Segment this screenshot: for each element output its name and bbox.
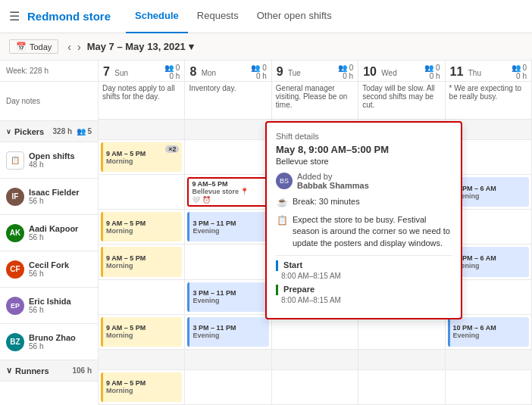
person-info-bruno: Bruno Zhao 56 h	[29, 333, 76, 350]
person-name-eric: Eric Ishida	[29, 297, 71, 306]
person-name-cecil: Cecil Fork	[29, 260, 69, 269]
runners-cell-8	[185, 370, 271, 404]
aadi-shift-8[interactable]: 3 PM – 11 PM Evening	[187, 212, 268, 241]
isaac-cell-8: 9 AM–5 PM Bellevue store 📍 🤍 ⏰	[185, 175, 271, 209]
day-name-9: Tue	[288, 69, 301, 77]
eric-cell-8: 3 PM – 11 PM Evening	[185, 280, 271, 314]
avatar-aadi: AK	[6, 224, 24, 242]
store-title: Redmond store	[27, 10, 111, 23]
sd-avatar-babbak: BS	[276, 173, 293, 189]
bruno-cell-11: 10 PM – 6 AM Evening	[446, 315, 532, 349]
day-name-10: Wed	[381, 69, 396, 77]
bruno-cell-10	[358, 315, 445, 349]
person-info-aadi: Aadi Kapoor 56 h	[29, 224, 78, 241]
avatar-bruno: BZ	[6, 333, 24, 351]
tab-other-open-shifts[interactable]: Other open shifts	[248, 0, 341, 33]
open-shift-block-7[interactable]: 9 AM – 5 PM Morning ×2	[101, 142, 182, 172]
task-time-start: 8:00 AM–8:15 AM	[281, 272, 341, 280]
sd-break-label: Break: 30 minutes	[293, 196, 360, 207]
person-name-bruno: Bruno Zhao	[29, 333, 76, 342]
day-header-10: 10 Wed 👥 0 0 h	[358, 61, 445, 83]
note-9: General manager visiting. Please be on t…	[272, 82, 358, 119]
sd-added-row: BS Added by Babbak Shammas	[276, 172, 452, 190]
person-row-isaac: IF Isaac Fielder 56 h	[0, 179, 98, 215]
note-7: Day notes apply to all shifts for the da…	[99, 82, 185, 119]
person-row-aadi: AK Aadi Kapoor 56 h	[0, 215, 98, 251]
day-header-9: 9 Tue 👥 0 0 h	[272, 61, 358, 83]
pickers-grid-cell-1	[185, 120, 271, 139]
task-title-prepare: Prepare	[283, 285, 315, 294]
task-time-prepare: 8:00 AM–8:15 AM	[281, 296, 341, 304]
isaac-shift-label-11: Evening	[453, 192, 526, 200]
day-name-8: Mon	[202, 69, 216, 77]
day-num-9: 9	[277, 65, 283, 78]
day-num-8: 8	[189, 65, 196, 78]
pickers-hours: 328 h 👥 5	[53, 127, 92, 136]
sd-title: Shift details	[276, 132, 452, 141]
open-shift-label-7: Morning	[106, 157, 179, 165]
tab-schedule[interactable]: Schedule	[126, 0, 188, 33]
day-headers-row: 7 Sun 👥 0 0 h 8 Mon 👥 0 0 h	[99, 61, 532, 82]
date-range[interactable]: May 7 – May 13, 2021 ▾	[87, 41, 194, 52]
day-header-7: 7 Sun 👥 0 0 h	[99, 61, 185, 83]
left-panel: Week: 228 h Day notes ∨ Pickers 328 h 👥 …	[0, 61, 99, 405]
runners-cell-11	[446, 370, 532, 404]
chevron-down-icon: ▾	[189, 41, 194, 52]
person-info-cecil: Cecil Fork 56 h	[29, 260, 69, 278]
today-button[interactable]: 📅 Today	[9, 39, 58, 54]
eric-shift-8[interactable]: 3 PM – 11 PM Evening	[187, 282, 268, 312]
person-hours-eric: 56 h	[29, 306, 71, 314]
isaac-shift-8[interactable]: 9 AM–5 PM Bellevue store 📍 🤍 ⏰	[187, 177, 268, 207]
bruno-cell-8: 3 PM – 11 PM Evening	[185, 315, 271, 349]
isaac-shift-label-8: Bellevue store 📍	[192, 188, 264, 195]
sd-added-label: Added by Babbak Shammas	[297, 172, 369, 190]
runners-cell-7: 9 AM – 5 PM Morning	[99, 370, 185, 404]
task-bar-start	[276, 260, 278, 271]
person-name-isaac: Isaac Fielder	[29, 188, 80, 197]
person-row-cecil: CF Cecil Fork 56 h	[0, 251, 98, 288]
bruno-shift-7[interactable]: 9 AM – 5 PM Morning	[101, 317, 182, 347]
open-shifts-hours: 48 h	[29, 160, 75, 169]
app-container: ☰ Redmond store Schedule Requests Other …	[0, 0, 532, 405]
aadi-shift-7[interactable]: 9 AM – 5 PM Morning	[101, 212, 182, 241]
bruno-shift-8[interactable]: 3 PM – 11 PM Evening	[187, 317, 268, 347]
next-week-button[interactable]: ›	[74, 39, 84, 55]
day-num-10: 10	[363, 65, 377, 78]
runners-section-header[interactable]: ∨ Runners 106 h	[0, 360, 98, 382]
cecil-shift-7[interactable]: 9 AM – 5 PM Morning	[101, 247, 182, 276]
bruno-grid-row: 9 AM – 5 PM Morning 3 PM – 11 PM Evening…	[99, 315, 532, 350]
runners-hours: 106 h	[72, 366, 92, 375]
sd-note-row: 📋 Expect the store to be busy. Festival …	[276, 214, 452, 249]
day-notes-row: Day notes apply to all shifts for the da…	[99, 82, 532, 120]
note-icon: 📋	[276, 214, 288, 226]
eric-cell-7	[99, 280, 185, 314]
hamburger-icon[interactable]: ☰	[9, 9, 20, 23]
person-name-aadi: Aadi Kapoor	[29, 224, 78, 233]
sd-location: Bellevue store	[276, 157, 452, 166]
open-shifts-row: 📋 Open shifts 48 h	[0, 142, 98, 179]
prev-week-button[interactable]: ‹	[64, 39, 74, 55]
day-info-10: 👥 0 0 h	[424, 64, 440, 80]
isaac-shift-time-11: 10 PM – 6 AM	[453, 185, 526, 192]
isaac-shift-time-8: 9 AM–5 PM	[192, 180, 264, 188]
bruno-shift-11[interactable]: 10 PM – 6 AM Evening	[448, 317, 529, 347]
avatar-isaac: IF	[6, 188, 24, 206]
runners-cell-10	[358, 370, 445, 404]
person-hours-bruno: 56 h	[29, 342, 76, 350]
bruno-cell-7: 9 AM – 5 PM Morning	[99, 315, 185, 349]
day-header-8: 8 Mon 👥 0 0 h	[185, 61, 271, 83]
open-shift-count-7: ×2	[165, 145, 179, 153]
open-shifts-label: Open shifts	[29, 151, 75, 160]
task-bar-prepare	[276, 285, 278, 295]
runners-shift-7[interactable]: 9 AM – 5 PM Morning	[101, 372, 182, 402]
sd-note-text: Expect the store to be busy. Festival se…	[293, 214, 452, 249]
isaac-cell-7	[99, 175, 185, 209]
day-num-11: 11	[450, 65, 464, 78]
pickers-section-header[interactable]: ∨ Pickers 328 h 👥 5	[0, 121, 98, 142]
tab-requests[interactable]: Requests	[188, 0, 248, 33]
chevron-icon: ∨	[6, 128, 11, 136]
day-name-11: Thu	[468, 69, 481, 77]
person-hours-isaac: 56 h	[29, 197, 80, 205]
person-row-eric: EP Eric Ishida 56 h	[0, 288, 98, 324]
day-num-7: 7	[103, 65, 110, 78]
